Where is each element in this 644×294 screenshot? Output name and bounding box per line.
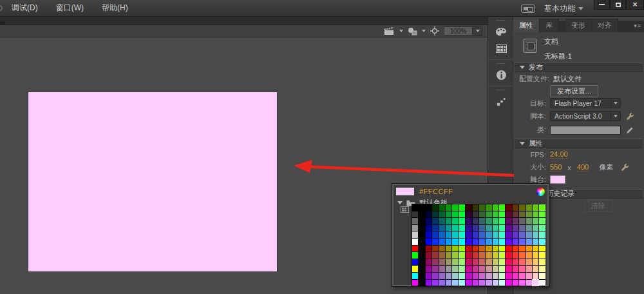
color-swatch[interactable] <box>493 218 498 224</box>
color-swatch[interactable] <box>459 273 465 279</box>
color-swatch[interactable] <box>446 204 451 211</box>
color-swatch[interactable] <box>539 225 545 231</box>
color-swatch[interactable] <box>513 266 518 272</box>
color-swatch[interactable] <box>412 280 418 286</box>
color-swatch[interactable] <box>539 273 545 279</box>
color-swatch[interactable] <box>526 266 532 272</box>
color-swatch[interactable] <box>466 225 471 231</box>
color-swatch[interactable] <box>412 218 418 224</box>
color-swatch[interactable] <box>533 266 538 272</box>
color-swatch[interactable] <box>506 259 511 266</box>
color-swatch[interactable] <box>439 280 445 286</box>
color-swatch[interactable] <box>466 231 471 238</box>
color-swatch[interactable] <box>466 239 471 245</box>
edit-class-button[interactable] <box>626 126 634 134</box>
color-swatch[interactable] <box>519 273 525 279</box>
dropdown-button[interactable] <box>611 99 620 108</box>
color-swatch[interactable] <box>533 252 538 259</box>
color-swatch[interactable] <box>486 204 491 211</box>
color-swatch[interactable] <box>432 266 438 272</box>
color-swatch[interactable] <box>533 231 538 238</box>
color-swatch[interactable] <box>452 252 458 259</box>
info-panel-button[interactable] <box>488 66 514 83</box>
color-swatch[interactable] <box>452 204 458 211</box>
color-swatch[interactable] <box>486 280 491 286</box>
color-swatch[interactable] <box>526 239 532 245</box>
swatches-panel-button[interactable] <box>488 40 514 57</box>
zoom-input[interactable]: 100% <box>444 26 473 35</box>
color-swatch[interactable] <box>473 204 478 211</box>
publish-settings-button[interactable]: 发布设置... <box>550 85 598 97</box>
color-swatch[interactable] <box>439 218 445 224</box>
color-swatch[interactable] <box>473 259 478 266</box>
color-swatch[interactable] <box>446 252 451 259</box>
color-swatch[interactable] <box>526 218 532 224</box>
fps-value[interactable]: 24.00 <box>550 150 568 159</box>
color-swatch[interactable] <box>513 252 518 259</box>
menu-debug[interactable]: 调试(D) <box>3 0 47 16</box>
color-swatch[interactable] <box>533 225 538 231</box>
color-swatch[interactable] <box>519 239 525 245</box>
color-swatch[interactable] <box>519 280 525 286</box>
color-swatch[interactable] <box>486 273 491 279</box>
color-swatch[interactable] <box>486 211 491 218</box>
color-swatch[interactable] <box>513 211 518 218</box>
color-swatch[interactable] <box>526 246 532 252</box>
color-swatch[interactable] <box>412 259 418 266</box>
color-panel-button[interactable] <box>488 23 514 40</box>
color-swatch[interactable] <box>539 259 545 266</box>
color-swatch[interactable] <box>439 225 445 231</box>
color-swatch[interactable] <box>499 259 505 266</box>
color-swatch[interactable] <box>539 252 545 259</box>
color-swatch[interactable] <box>533 239 538 245</box>
color-swatch[interactable] <box>446 239 451 245</box>
color-swatch[interactable] <box>486 218 491 224</box>
color-swatch[interactable] <box>539 204 545 211</box>
color-swatch[interactable] <box>479 252 485 259</box>
color-swatch[interactable] <box>539 246 545 252</box>
color-swatch[interactable] <box>479 273 485 279</box>
color-swatch[interactable] <box>493 252 498 259</box>
color-swatch[interactable] <box>499 225 505 231</box>
color-swatch[interactable] <box>452 259 458 266</box>
color-swatch[interactable] <box>466 218 471 224</box>
color-swatch[interactable] <box>539 211 545 218</box>
color-swatch[interactable] <box>479 211 485 218</box>
color-swatch[interactable] <box>459 259 465 266</box>
color-swatch[interactable] <box>519 252 525 259</box>
color-swatch[interactable] <box>519 266 525 272</box>
color-swatch[interactable] <box>526 231 532 238</box>
document-name[interactable]: 无标题-1 <box>544 52 572 61</box>
color-swatch[interactable] <box>513 231 518 238</box>
panel-grip[interactable] <box>496 63 505 64</box>
color-swatch[interactable] <box>539 218 545 224</box>
color-swatch[interactable] <box>539 231 545 238</box>
color-swatch[interactable] <box>426 231 431 238</box>
color-swatch[interactable] <box>412 231 418 238</box>
color-swatch[interactable] <box>426 280 431 286</box>
color-swatch[interactable] <box>412 239 418 245</box>
color-swatch[interactable] <box>473 211 478 218</box>
class-input[interactable] <box>550 126 621 135</box>
color-swatch[interactable] <box>446 266 451 272</box>
edit-scene-dropdown-icon[interactable] <box>399 30 403 32</box>
color-swatch[interactable] <box>466 252 471 259</box>
color-swatch[interactable] <box>432 259 438 266</box>
color-swatch[interactable] <box>466 246 471 252</box>
color-swatch[interactable] <box>533 211 538 218</box>
color-swatch[interactable] <box>432 273 438 279</box>
color-swatch[interactable] <box>493 231 498 238</box>
color-swatch[interactable] <box>493 280 498 286</box>
color-swatch[interactable] <box>439 239 445 245</box>
color-swatch[interactable] <box>466 204 471 211</box>
color-swatch[interactable] <box>519 259 525 266</box>
color-swatch[interactable] <box>493 204 498 211</box>
color-swatch[interactable] <box>486 231 491 238</box>
color-swatch[interactable] <box>473 239 478 245</box>
color-swatch[interactable] <box>473 266 478 272</box>
color-swatch[interactable] <box>452 266 458 272</box>
color-swatch[interactable] <box>412 252 418 259</box>
color-swatch[interactable] <box>473 225 478 231</box>
color-swatch[interactable] <box>432 246 438 252</box>
color-swatch[interactable] <box>439 246 445 252</box>
